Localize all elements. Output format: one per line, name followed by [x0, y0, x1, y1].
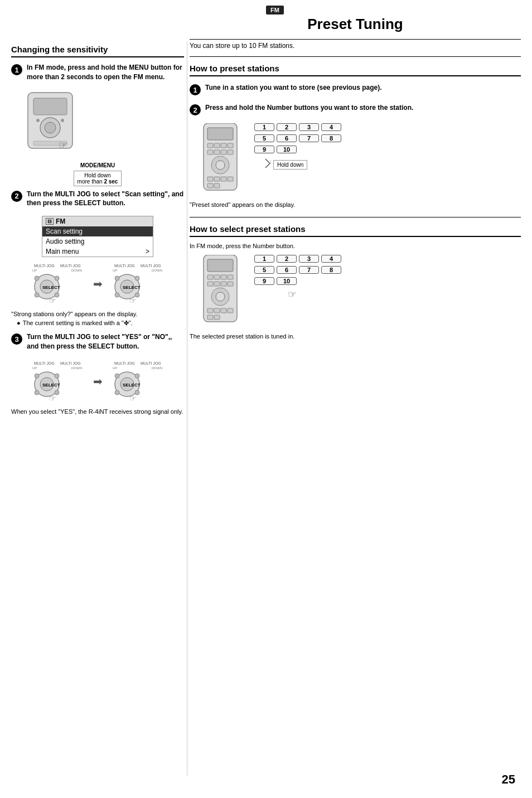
- svg-point-29: [115, 293, 119, 297]
- num-btn-2: 2: [277, 123, 297, 131]
- svg-text:☞: ☞: [129, 296, 137, 305]
- svg-point-53: [115, 390, 119, 395]
- svg-text:SELECT: SELECT: [42, 285, 60, 290]
- sel-num-btn-5: 5: [254, 266, 274, 274]
- hold-down-area: ☞ Hold down: [254, 158, 341, 170]
- hold-down-arrow: ☞: [254, 158, 271, 169]
- how-to-select-title: How to select preset stations: [190, 224, 521, 237]
- number-buttons-area-1: 1 2 3 4 5 6 7 8 9 10 ☞ Hold down: [254, 123, 341, 170]
- svg-point-5: [61, 119, 64, 122]
- step1-number: 1: [11, 64, 22, 75]
- step1-block: 1 In FM mode, press and hold the MENU bu…: [11, 63, 184, 82]
- svg-point-17: [35, 293, 39, 297]
- fm-menu-box: ⊟ FM Scan setting Audio setting Main men…: [42, 216, 153, 257]
- step2-block: 2 Turn the MULTI JOG to select "Scan set…: [11, 190, 184, 209]
- svg-point-86: [216, 292, 225, 301]
- svg-rect-63: [214, 150, 220, 154]
- svg-text:MULTI JOG: MULTI JOG: [114, 361, 135, 365]
- svg-rect-82: [214, 282, 220, 286]
- arrow-1: ➡: [93, 277, 103, 291]
- svg-rect-88: [214, 308, 220, 313]
- svg-rect-1: [33, 98, 67, 115]
- menu-item-scan: Scan setting: [42, 226, 153, 236]
- svg-rect-89: [221, 308, 226, 313]
- sel-num-btn-1: 1: [254, 255, 274, 263]
- svg-rect-68: [207, 177, 213, 181]
- left-section-title: Changing the sensitivity: [11, 45, 184, 57]
- svg-rect-84: [228, 282, 233, 286]
- mode-menu-label: MODE/MENU: [11, 162, 184, 168]
- svg-rect-91: [207, 315, 213, 320]
- step2-text: Turn the MULTI JOG to select "Scan setti…: [27, 190, 184, 209]
- page-title: Preset Tuning: [190, 16, 521, 33]
- svg-text:UP: UP: [113, 366, 117, 370]
- sel-num-btn-7: 7: [299, 266, 319, 274]
- svg-rect-92: [214, 315, 220, 320]
- svg-rect-59: [214, 143, 220, 148]
- svg-point-39: [35, 374, 39, 378]
- right-step2-block: 2 Press and hold the Number buttons you …: [190, 103, 521, 115]
- sel-num-btn-4: 4: [321, 255, 341, 263]
- sel-num-grid-row3: 9 10: [254, 277, 341, 285]
- svg-rect-61: [228, 143, 233, 148]
- remote-area-1: 1 2 3 4 5 6 7 8 9 10 ☞ Hold down: [201, 123, 521, 196]
- svg-point-51: [115, 374, 119, 378]
- step3-number: 3: [11, 333, 22, 345]
- num-btn-1: 1: [254, 123, 274, 131]
- menu-item-main: Main menu>: [42, 246, 153, 257]
- svg-text:MULTI JOG: MULTI JOG: [114, 264, 135, 268]
- svg-rect-57: [207, 128, 233, 140]
- step1-device-area: ☞ MODE/MENU Hold downmore than 2 sec: [11, 90, 184, 186]
- intro-text: You can store up to 10 FM stations.: [190, 42, 521, 50]
- svg-text:DOWN: DOWN: [152, 269, 162, 272]
- num-btn-6: 6: [277, 134, 297, 142]
- right-step1-text: Tune in a station you want to store (see…: [205, 83, 382, 93]
- svg-text:☞: ☞: [129, 394, 137, 403]
- svg-text:MULTI JOG: MULTI JOG: [60, 264, 81, 268]
- sel-num-btn-2: 2: [277, 255, 297, 263]
- num-btn-4: 4: [321, 123, 341, 131]
- num-btn-8: 8: [321, 134, 341, 142]
- svg-rect-65: [228, 150, 233, 154]
- step3-text: Turn the MULTI JOG to select "YES" or "N…: [27, 332, 184, 351]
- svg-point-52: [135, 374, 139, 378]
- device-svg-1: ☞: [11, 90, 89, 162]
- select-hand-cursor: ☞: [288, 288, 341, 301]
- remote-svg-1: [201, 123, 240, 196]
- step2-display-note: "Strong stations only?" appears on the d…: [11, 311, 184, 317]
- sel-num-grid-row1: 1 2 3 4: [254, 255, 341, 263]
- svg-text:MULTI JOG: MULTI JOG: [141, 264, 161, 268]
- preset-stored-note: "Preset stored" appears on the display.: [190, 201, 521, 208]
- divider-top: [190, 39, 521, 40]
- svg-rect-90: [228, 308, 233, 313]
- num-btn-10: 10: [277, 146, 297, 153]
- fm-badge: FM: [266, 6, 284, 14]
- svg-rect-69: [214, 177, 220, 181]
- sel-num-btn-10: 10: [277, 277, 297, 285]
- num-grid-row3: 9 10: [254, 146, 341, 153]
- svg-text:MULTI JOG: MULTI JOG: [34, 361, 55, 365]
- remote-svg-2: [201, 255, 240, 327]
- jog-left-1: MULTI JOG MULTI JOG UP DOWN SELECT ☞: [31, 262, 84, 306]
- svg-point-16: [55, 276, 59, 280]
- svg-point-3: [45, 122, 56, 133]
- hold-down-label-1: Hold downmore than 2 sec: [74, 171, 122, 186]
- step2-bullet-note: ● The current setting is marked with a "…: [17, 320, 184, 327]
- svg-text:UP: UP: [32, 269, 37, 272]
- svg-rect-77: [207, 275, 213, 279]
- svg-rect-64: [221, 150, 226, 154]
- jog-right-1: MULTI JOG MULTI JOG UP DOWN SELECT ☞: [112, 262, 165, 306]
- svg-text:DOWN: DOWN: [152, 366, 162, 370]
- right-step2-text: Press and hold the Number buttons you wa…: [205, 103, 413, 113]
- svg-rect-73: [214, 183, 220, 188]
- step3-when-note: When you select "YES", the R-4iNT receiv…: [11, 408, 184, 415]
- svg-point-27: [115, 276, 119, 280]
- sel-num-grid-row2: 5 6 7 8: [254, 266, 341, 274]
- sel-num-btn-6: 6: [277, 266, 297, 274]
- svg-text:MULTI JOG: MULTI JOG: [34, 264, 55, 268]
- right-step2-number: 2: [190, 104, 201, 115]
- num-grid-row1: 1 2 3 4: [254, 123, 341, 131]
- select-intro: In FM mode, press the Number button.: [190, 243, 521, 249]
- remote-area-2: 1 2 3 4 5 6 7 8 9 10 ☞: [201, 255, 521, 327]
- svg-text:SELECT: SELECT: [123, 285, 141, 290]
